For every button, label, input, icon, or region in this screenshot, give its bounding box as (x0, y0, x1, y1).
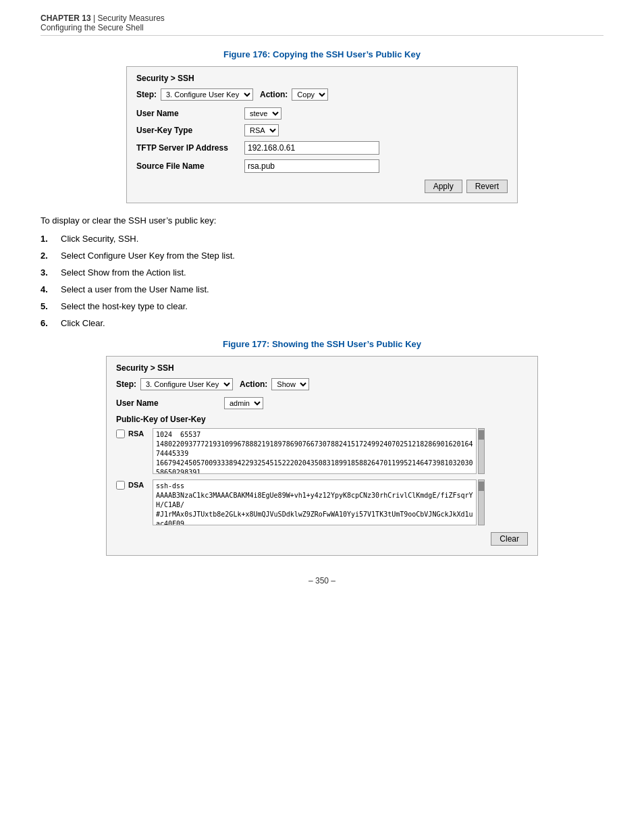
numbered-list: 1.Click Security, SSH.2.Select Configure… (41, 234, 603, 328)
figure176-title: Figure 176: Copying the SSH User’s Publi… (41, 49, 603, 59)
rsa-scrollbar[interactable] (478, 428, 485, 474)
figure177-user-row: User Name admin (116, 397, 528, 409)
rsa-key-row: RSA 1024 65537 1480220937772193109967888… (116, 428, 528, 474)
page-number: – 350 – (41, 576, 603, 585)
user-name-row: User Name steve (136, 107, 508, 120)
figure176-step-row: Step: 3. Configure User Key Action: Copy (136, 88, 508, 101)
rsa-checkbox[interactable] (116, 429, 125, 438)
section-label: Security Measures (97, 14, 164, 23)
list-item: 5.Select the host-key type to clear. (41, 301, 603, 311)
list-item: 6.Click Clear. (41, 318, 603, 328)
step-num: 2. (41, 251, 61, 261)
figure176-ui-box: Security > SSH Step: 3. Configure User K… (126, 66, 518, 203)
user-name-select[interactable]: steve (244, 107, 281, 120)
source-row: Source File Name (136, 159, 508, 173)
tftp-row: TFTP Server IP Address (136, 141, 508, 155)
dsa-label: DSA (128, 481, 153, 489)
step-text: Select a user from the User Name list. (61, 284, 209, 294)
rsa-key-textarea[interactable]: 1024 65537 14802209377721931099678882191… (153, 428, 477, 474)
figure177-action-select[interactable]: Show (271, 378, 309, 390)
button-row-176: Apply Revert (136, 180, 508, 193)
list-item: 4.Select a user from the User Name list. (41, 284, 603, 294)
list-item: 3.Select Show from the Action list. (41, 267, 603, 278)
figure177-ui-title: Security > SSH (116, 363, 528, 373)
subsection-label: Configuring the Secure Shell (41, 23, 144, 32)
action-select[interactable]: Copy (292, 88, 328, 101)
figure177-step-select[interactable]: 3. Configure User Key (140, 378, 233, 390)
dsa-scrollbar-thumb (479, 481, 484, 491)
step-text: Select Show from the Action list. (61, 267, 186, 278)
step-text: Select Configure User Key from the Step … (61, 251, 235, 261)
header-left: CHAPTER 13 | Security Measures Configuri… (41, 14, 165, 32)
user-key-type-row: User-Key Type RSA (136, 124, 508, 136)
rsa-scrollbar-thumb (479, 430, 484, 440)
button-row-177: Clear (116, 532, 528, 546)
dsa-key-row: DSA ssh-dss AAAAB3NzaC1kc3MAAACBAKM4i8Eg… (116, 479, 528, 525)
page: CHAPTER 13 | Security Measures Configuri… (0, 0, 644, 834)
tftp-input[interactable] (244, 141, 379, 155)
body-text: To display or clear the SSH user’s publi… (41, 215, 603, 226)
user-name-label: User Name (136, 109, 244, 118)
step-num: 1. (41, 234, 61, 244)
list-item: 1.Click Security, SSH. (41, 234, 603, 244)
step-text: Select the host-key type to clear. (61, 301, 188, 311)
revert-button[interactable]: Revert (466, 180, 508, 193)
source-label: Source File Name (136, 161, 244, 171)
figure177-title: Figure 177: Showing the SSH User’s Publi… (41, 339, 603, 349)
tftp-label: TFTP Server IP Address (136, 143, 244, 153)
figure176-ui-title: Security > SSH (136, 74, 508, 83)
pubkey-section-title: Public-Key of User-Key (116, 415, 528, 424)
pubkey-section: Public-Key of User-Key RSA 1024 65537 14… (116, 415, 528, 546)
chapter-label: CHAPTER 13 (41, 14, 91, 23)
figure177-user-select[interactable]: admin (224, 397, 263, 409)
action-label: Action: (260, 90, 288, 99)
user-key-type-select[interactable]: RSA (244, 124, 279, 136)
step-num: 4. (41, 284, 61, 294)
figure177-action-label: Action: (240, 380, 267, 389)
step-text: Click Security, SSH. (61, 234, 138, 244)
figure177-step-row: Step: 3. Configure User Key Action: Show (116, 378, 528, 390)
step-label: Step: (136, 90, 157, 99)
user-key-type-label: User-Key Type (136, 126, 244, 135)
rsa-checkbox-container (116, 429, 128, 440)
list-item: 2.Select Configure User Key from the Ste… (41, 251, 603, 261)
step-select[interactable]: 3. Configure User Key (161, 88, 253, 101)
step-text: Click Clear. (61, 318, 105, 328)
rsa-label: RSA (128, 429, 153, 438)
apply-button[interactable]: Apply (425, 180, 462, 193)
dsa-scrollbar[interactable] (478, 479, 485, 525)
dsa-checkbox[interactable] (116, 481, 125, 490)
step-num: 5. (41, 301, 61, 311)
page-header: CHAPTER 13 | Security Measures Configuri… (41, 14, 603, 36)
figure177-ui-box: Security > SSH Step: 3. Configure User K… (106, 356, 538, 556)
source-input[interactable] (244, 159, 379, 173)
step-num: 6. (41, 318, 61, 328)
step-num: 3. (41, 267, 61, 278)
dsa-key-textarea[interactable]: ssh-dss AAAAB3NzaC1kc3MAAACBAKM4i8EgUe89… (153, 479, 477, 525)
clear-button[interactable]: Clear (491, 532, 528, 546)
dsa-checkbox-container (116, 481, 128, 492)
figure177-user-label: User Name (116, 398, 224, 408)
figure177-step-label: Step: (116, 380, 136, 389)
